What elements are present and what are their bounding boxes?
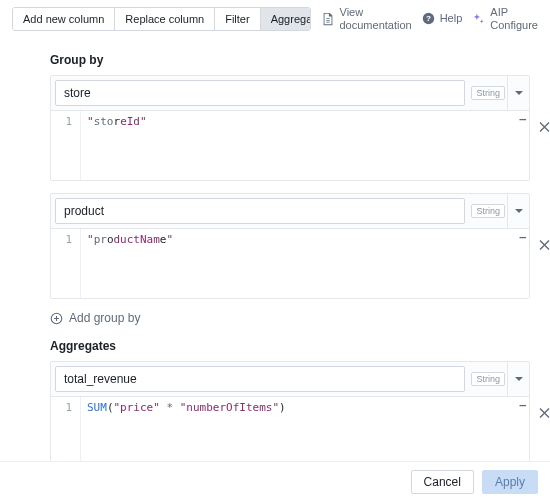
remove-groupby-button[interactable] (535, 235, 550, 258)
type-badge: String (471, 86, 505, 100)
groupby-list: String1"storeId"—String1"productName"— (14, 75, 536, 299)
expression-editor[interactable]: 1"storeId"— (51, 110, 529, 180)
help-link[interactable]: ? Help (422, 12, 463, 25)
collapse-icon[interactable]: — (519, 113, 525, 126)
groupby-name-input[interactable] (55, 198, 465, 224)
code-body[interactable]: "productName" (81, 229, 529, 298)
content: Group by String1"storeId"—String1"produc… (0, 37, 550, 502)
tab-replace-column[interactable]: Replace column (115, 8, 215, 30)
aggregate-name-input[interactable] (55, 366, 465, 392)
type-dropdown[interactable] (507, 76, 529, 110)
sparkle-icon (472, 12, 485, 25)
groupby-row: String1"productName"— (50, 193, 536, 299)
toolbar: Add new column Replace column Filter Agg… (0, 0, 550, 37)
type-badge: String (471, 372, 505, 386)
view-doc-line1: View (340, 6, 412, 19)
view-documentation-link[interactable]: View documentation (321, 6, 412, 31)
close-icon (539, 408, 550, 419)
line-number: 1 (51, 111, 81, 180)
aggregates-list: String1SUM("price" * "numberOfItems")— (14, 361, 536, 467)
collapse-icon[interactable]: — (519, 231, 525, 244)
tab-filter[interactable]: Filter (215, 8, 260, 30)
code-body[interactable]: SUM("price" * "numberOfItems") (81, 397, 529, 466)
view-doc-line2: documentation (340, 19, 412, 32)
type-dropdown[interactable] (507, 194, 529, 228)
code-body[interactable]: "storeId" (81, 111, 529, 180)
chevron-down-icon (514, 88, 524, 98)
groupby-title: Group by (50, 53, 536, 67)
groupby-card: String1"productName"— (50, 193, 530, 299)
groupby-card: String1"storeId"— (50, 75, 530, 181)
close-icon (539, 122, 550, 133)
aip-line2: Configure (490, 19, 538, 32)
tab-add-column[interactable]: Add new column (13, 8, 115, 30)
aggregate-row: String1SUM("price" * "numberOfItems")— (50, 361, 536, 467)
groupby-row: String1"storeId"— (50, 75, 536, 181)
add-groupby-button[interactable]: Add group by (50, 311, 536, 325)
help-label: Help (440, 12, 463, 25)
aip-configure-link[interactable]: AIP Configure (472, 6, 538, 31)
collapse-icon[interactable]: — (519, 399, 525, 412)
chevron-down-icon (514, 374, 524, 384)
remove-groupby-button[interactable] (535, 117, 550, 140)
type-badge: String (471, 204, 505, 218)
document-icon (321, 12, 335, 26)
svg-text:?: ? (426, 14, 431, 23)
apply-button[interactable]: Apply (482, 470, 538, 494)
aggregate-card: String1SUM("price" * "numberOfItems")— (50, 361, 530, 467)
footer: Cancel Apply (0, 461, 550, 502)
tab-aggregate[interactable]: Aggregate (261, 8, 311, 30)
tab-group: Add new column Replace column Filter Agg… (12, 7, 311, 31)
type-dropdown[interactable] (507, 362, 529, 396)
cancel-button[interactable]: Cancel (411, 470, 474, 494)
expression-editor[interactable]: 1"productName"— (51, 228, 529, 298)
plus-circle-icon (50, 312, 63, 325)
line-number: 1 (51, 229, 81, 298)
chevron-down-icon (514, 206, 524, 216)
aip-line1: AIP (490, 6, 538, 19)
remove-aggregate-button[interactable] (535, 403, 550, 426)
aggregates-title: Aggregates (50, 339, 536, 353)
help-icon: ? (422, 12, 435, 25)
expression-editor[interactable]: 1SUM("price" * "numberOfItems")— (51, 396, 529, 466)
groupby-name-input[interactable] (55, 80, 465, 106)
add-groupby-label: Add group by (69, 311, 140, 325)
line-number: 1 (51, 397, 81, 466)
close-icon (539, 240, 550, 251)
